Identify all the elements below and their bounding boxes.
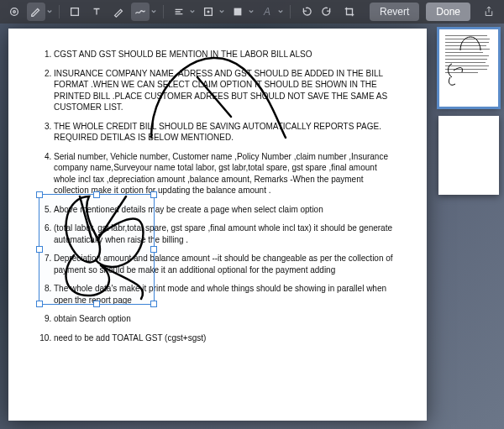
svg-rect-5 [234, 8, 242, 16]
list-item: CGST AND GST SHOULD BE MENTION IN THE LA… [54, 49, 400, 60]
separator [59, 5, 60, 18]
list-item: INSURANCE COMPANY NAME, ADRESS AND GST S… [54, 68, 400, 113]
tool-align-icon[interactable] [170, 3, 188, 21]
app-window: A Revert Done CGST AND GST SHOULD BE MEN… [0, 0, 504, 429]
revert-button[interactable]: Revert [370, 3, 419, 21]
tool-fill-icon[interactable] [228, 3, 247, 21]
thumbnail-sidebar [438, 29, 499, 195]
chevron-down-icon[interactable] [248, 9, 255, 14]
chevron-down-icon[interactable] [189, 9, 196, 14]
tool-crop-icon[interactable] [340, 3, 359, 21]
svg-point-4 [207, 11, 209, 13]
page-thumbnail-1[interactable] [438, 29, 499, 107]
svg-rect-3 [205, 8, 213, 16]
resize-handle[interactable] [36, 191, 43, 198]
list-item: THE WHOLE CREDIT BILL SHOULD BE SAVING A… [54, 121, 400, 144]
selection-box[interactable] [39, 194, 155, 305]
document-canvas[interactable]: CGST AND GST SHOULD BE MENTION IN THE LA… [8, 29, 427, 421]
separator [163, 5, 164, 18]
done-button[interactable]: Done [426, 3, 470, 21]
tool-signature-icon[interactable] [131, 3, 150, 21]
tool-shape-icon[interactable] [66, 3, 84, 21]
svg-rect-2 [71, 8, 79, 16]
tool-text-icon[interactable] [87, 3, 106, 21]
chevron-down-icon[interactable] [277, 9, 284, 14]
resize-handle[interactable] [36, 301, 43, 307]
chevron-down-icon[interactable] [150, 9, 157, 14]
tool-gear-icon[interactable] [5, 3, 24, 21]
chevron-down-icon[interactable] [218, 9, 225, 14]
resize-handle[interactable] [150, 301, 157, 307]
resize-handle[interactable] [36, 246, 43, 253]
list-item: obtain Search option [54, 313, 400, 325]
resize-handle[interactable] [150, 246, 157, 253]
tool-border-icon[interactable] [199, 3, 218, 21]
tool-rotate-right-icon[interactable] [318, 3, 337, 21]
svg-point-1 [13, 11, 16, 13]
resize-handle[interactable] [93, 191, 100, 198]
chevron-down-icon[interactable] [46, 9, 53, 14]
resize-handle[interactable] [150, 191, 157, 198]
list-item: Serial number, Vehicle number, Customer … [54, 151, 400, 196]
tool-rotate-left-icon[interactable] [297, 3, 315, 21]
share-icon[interactable] [479, 3, 499, 21]
list-item: need to be add TOATAL GST (cgst+sgst) [54, 332, 400, 344]
separator [290, 5, 291, 18]
toolbar: A Revert Done [0, 0, 504, 24]
tool-pen-icon[interactable] [27, 3, 45, 21]
page-thumbnail-2[interactable] [438, 116, 499, 195]
resize-handle[interactable] [93, 301, 100, 307]
tool-font-icon[interactable]: A [258, 3, 276, 21]
svg-point-0 [11, 8, 18, 16]
tool-highlight-icon[interactable] [109, 3, 128, 21]
